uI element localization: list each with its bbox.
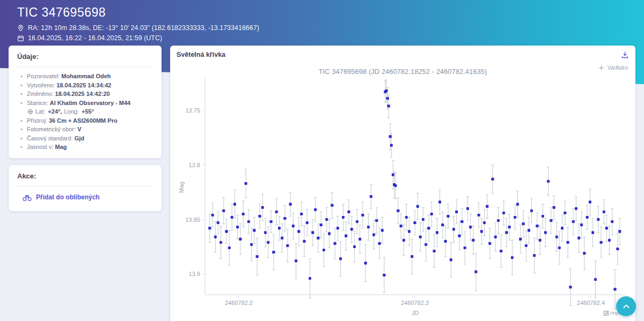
info-list-item: Jasnost v: Mag (20, 143, 153, 152)
info-list-item: Změněno: 18.04.2025 14:42:20 (20, 89, 153, 99)
download-button[interactable] (621, 51, 629, 59)
time-range-text: 16.04.2025, 16:22 - 16.04.2025, 21:59 (U… (28, 34, 162, 42)
info-item-label: Vytvořeno: (27, 82, 55, 88)
page-header: TIC 347695698 RA: 12h 10m 28.38s, DE: -1… (0, 0, 644, 42)
info-list: Pozorovatel: Mohammad Odeh Vytvořeno: 18… (20, 72, 153, 152)
info-item-label: Pozorovatel: (27, 73, 60, 79)
svg-text:JD: JD (412, 310, 419, 316)
left-column: Údaje: Pozorovatel: Mohammad Odeh Vytvoř… (9, 46, 162, 321)
svg-text:13.9: 13.9 (189, 271, 200, 277)
time-range-line: 16.04.2025, 16:22 - 16.04.2025, 21:59 (U… (17, 34, 627, 42)
info-list-item: Časový standard: Gjd (20, 134, 153, 143)
svg-text:13.75: 13.75 (185, 107, 200, 114)
coordinates-text: RA: 12h 10m 28.38s, DE: -13° 10' 24.03" … (28, 24, 259, 32)
download-icon (621, 51, 629, 59)
divider (17, 66, 153, 67)
anychart-icon (604, 311, 609, 316)
globe-icon (27, 109, 33, 115)
binoculars-icon (23, 193, 32, 201)
info-list-item: Stanice: Al Khatim Observatory - M44 Lat… (20, 99, 153, 116)
lightcurve-card-title: Světelná křivka (177, 51, 225, 58)
main-content: Údaje: Pozorovatel: Mohammad Odeh Vytvoř… (0, 46, 644, 321)
info-item-value: 18.04.2025 14:34:42 (56, 82, 111, 88)
lat-label: Lat: (35, 107, 45, 116)
varastro-logo-text: VarAstro (608, 65, 628, 71)
info-item-value: Mohammad Odeh (61, 73, 111, 79)
add-to-favorites-label: Přidat do oblíbených (36, 193, 100, 201)
scroll-to-top-button[interactable] (616, 296, 636, 316)
svg-text:13.8: 13.8 (189, 162, 200, 168)
info-item-value: Gjd (75, 135, 84, 141)
coordinates-line: RA: 12h 10m 28.38s, DE: -13° 10' 24.03" … (17, 24, 627, 32)
chevron-up-icon (622, 302, 631, 311)
actions-card-title: Akce: (17, 172, 153, 180)
info-item-label: Změněno: (27, 91, 54, 97)
info-item-value: 36 Cm + ASI2600MM Pro (49, 117, 118, 124)
long-value: +55° (82, 107, 94, 116)
lat-value: +24°, (48, 107, 62, 116)
svg-text:2460782.4: 2460782.4 (577, 300, 605, 306)
info-item-value: 18.04.2025 14:42:20 (55, 91, 110, 97)
page-title: TIC 347695698 (17, 5, 627, 20)
info-card: Údaje: Pozorovatel: Mohammad Odeh Vytvoř… (9, 46, 162, 158)
actions-card: Akce: Přidat do oblíbených (9, 165, 162, 211)
info-card-title: Údaje: (17, 53, 153, 61)
info-item-label: Přístroj: (27, 117, 47, 124)
lightcurve-plot[interactable]: 13.7513.813.8513.92460782.22460782.32460… (177, 78, 629, 321)
divider (17, 186, 153, 186)
lightcurve-svg[interactable]: 13.7513.813.8513.92460782.22460782.32460… (177, 78, 629, 321)
add-to-favorites-link[interactable]: Přidat do oblíbených (23, 193, 153, 201)
location-pin-icon (17, 25, 24, 32)
svg-text:13.85: 13.85 (185, 217, 200, 223)
long-label: Long: (64, 107, 79, 116)
info-item-value: Al Khatim Observatory - M44 (50, 100, 130, 106)
info-item-value: Mag (55, 144, 67, 150)
info-list-item: Vytvořeno: 18.04.2025 14:34:42 (20, 81, 153, 90)
calendar-icon (17, 35, 24, 42)
svg-text:2460782.3: 2460782.3 (401, 300, 429, 306)
svg-text:2460782.2: 2460782.2 (225, 300, 253, 306)
lightcurve-card: Světelná křivka TIC 347695698 (JD 246078… (170, 46, 635, 321)
lightcurve-card-header: Světelná křivka (177, 51, 629, 59)
info-item-label: Časový standard: (27, 135, 73, 141)
info-item-value: V (77, 126, 81, 132)
info-list-item: Pozorovatel: Mohammad Odeh (20, 72, 153, 81)
varastro-star-icon (597, 64, 605, 72)
station-geo-line: Lat:+24°, Long:+55° (27, 107, 153, 116)
info-list-item: Fotometrický obor: V (20, 125, 153, 134)
info-item-label: Stanice: (27, 100, 48, 106)
chart-title: TIC 347695698 (JD 2460782.18252 - 246078… (177, 68, 629, 76)
info-item-label: Jasnost v: (27, 144, 54, 150)
info-item-label: Fotometrický obor: (27, 126, 76, 132)
svg-text:Mag: Mag (178, 182, 185, 193)
varastro-logo: VarAstro (597, 64, 628, 72)
info-list-item: Přístroj: 36 Cm + ASI2600MM Pro (20, 116, 153, 125)
